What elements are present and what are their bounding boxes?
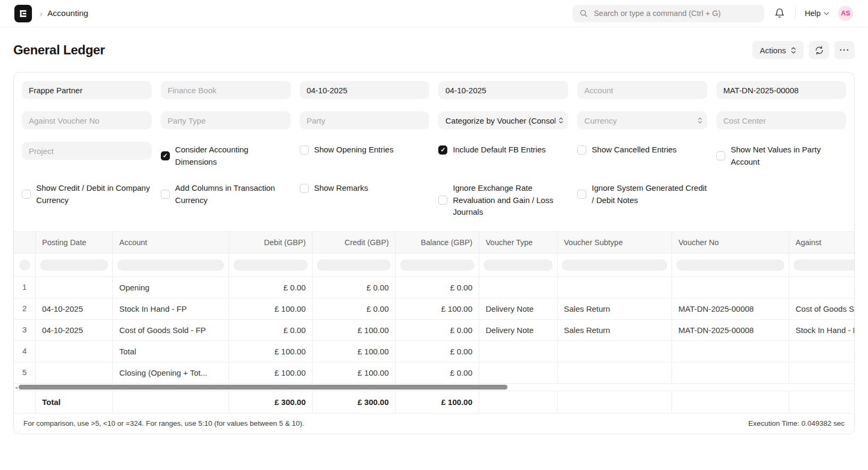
table-cell[interactable]: Cost of Goods Sold - FP	[789, 298, 855, 319]
refresh-button[interactable]	[809, 41, 829, 59]
table-cell[interactable]: £ 100.00	[395, 391, 479, 413]
categorize-by-select[interactable]: Categorize by Voucher (Consolidated)	[438, 111, 568, 129]
currency-select[interactable]: Currency	[577, 111, 707, 129]
table-cell[interactable]: Sales Return	[557, 298, 672, 319]
table-cell[interactable]: £ 100.00	[312, 362, 395, 383]
table-cell[interactable]: £ 100.00	[312, 341, 395, 362]
table-cell[interactable]: MAT-DN-2025-00008	[672, 320, 789, 341]
account-filter[interactable]	[577, 81, 707, 99]
party-filter[interactable]	[300, 111, 430, 129]
table-cell[interactable]: Opening	[112, 277, 228, 298]
table-cell[interactable]	[479, 362, 557, 383]
column-filter-input[interactable]	[40, 260, 108, 271]
table-cell[interactable]: Total	[112, 341, 228, 362]
table-cell[interactable]: 04-10-2025	[35, 298, 112, 319]
finance-book-filter[interactable]	[161, 81, 291, 99]
from-date-filter[interactable]	[300, 81, 430, 99]
checkbox-add-columns-in-transaction-currency[interactable]: ✓ Add Columns in Transaction Currency	[161, 180, 291, 206]
table-cell[interactable]: Cost of Goods Sold - FP	[112, 320, 228, 341]
table-cell[interactable]: Stock In Hand - FP	[789, 320, 855, 341]
column-filter-input[interactable]	[400, 260, 474, 271]
project-filter[interactable]	[22, 142, 152, 160]
scrollbar-thumb[interactable]	[19, 385, 507, 390]
avatar[interactable]: AS	[838, 6, 853, 21]
header-debit[interactable]: Debit (GBP)	[228, 232, 312, 253]
table-row[interactable]: 4Total£ 100.00£ 100.00£ 0.00	[14, 341, 855, 362]
header-credit[interactable]: Credit (GBP)	[312, 232, 395, 253]
table-row[interactable]: 304-10-2025Cost of Goods Sold - FP£ 0.00…	[14, 319, 855, 341]
actions-button[interactable]: Actions	[752, 41, 804, 59]
notifications-button[interactable]	[773, 7, 786, 20]
table-cell[interactable]	[672, 341, 789, 362]
checkbox-show-remarks[interactable]: ✓ Show Remarks	[300, 180, 430, 195]
table-cell[interactable]	[789, 391, 855, 413]
breadcrumb[interactable]: Accounting	[47, 9, 88, 18]
column-filter-input[interactable]	[793, 260, 855, 271]
header-voucher-subtype[interactable]: Voucher Subtype	[557, 232, 672, 253]
table-cell[interactable]	[112, 391, 228, 413]
party-type-filter[interactable]	[161, 111, 291, 129]
table-cell[interactable]	[789, 362, 855, 383]
table-cell[interactable]: £ 0.00	[395, 341, 479, 362]
table-total-row[interactable]: Total£ 300.00£ 300.00£ 100.00	[14, 391, 855, 413]
to-date-filter[interactable]	[438, 81, 568, 99]
table-cell[interactable]: £ 0.00	[228, 320, 312, 341]
checkbox-show-cancelled-entries[interactable]: ✓ Show Cancelled Entries	[577, 142, 707, 156]
table-cell[interactable]	[35, 277, 112, 298]
help-menu[interactable]: Help	[805, 9, 829, 18]
checkbox-include-default-fb-entries[interactable]: ✓ Include Default FB Entries	[438, 142, 568, 156]
column-filter-input[interactable]	[117, 260, 224, 271]
checkbox-ignore-exchange-rate-revaluation[interactable]: ✓ Ignore Exchange Rate Revaluation and G…	[438, 180, 568, 218]
table-cell[interactable]	[479, 391, 557, 413]
table-cell[interactable]: MAT-DN-2025-00008	[672, 298, 789, 319]
table-cell[interactable]: £ 100.00	[312, 320, 395, 341]
header-account[interactable]: Account	[112, 232, 228, 253]
table-cell[interactable]	[557, 277, 672, 298]
cost-center-filter[interactable]	[716, 111, 846, 129]
table-cell[interactable]: £ 0.00	[312, 298, 395, 319]
column-filter-input[interactable]	[484, 260, 553, 271]
header-voucher-type[interactable]: Voucher Type	[479, 232, 557, 253]
table-cell[interactable]: £ 0.00	[228, 277, 312, 298]
table-cell[interactable]: Total	[35, 391, 112, 413]
column-filter-input[interactable]	[676, 260, 784, 271]
table-cell[interactable]: £ 100.00	[228, 341, 312, 362]
app-logo-icon[interactable]	[14, 5, 32, 22]
table-cell[interactable]	[557, 362, 672, 383]
table-cell[interactable]	[789, 341, 855, 362]
table-cell[interactable]: 04-10-2025	[35, 320, 112, 341]
checkbox-show-credit-debit-in-company-currency[interactable]: ✓ Show Credit / Debit in Company Currenc…	[22, 180, 152, 206]
table-cell[interactable]: £ 0.00	[312, 277, 395, 298]
table-cell[interactable]	[672, 277, 789, 298]
global-search[interactable]	[572, 5, 764, 22]
column-filter-input[interactable]	[562, 260, 667, 271]
table-cell[interactable]: Closing (Opening + Tot...	[112, 362, 228, 383]
table-cell[interactable]	[35, 341, 112, 362]
table-cell[interactable]	[672, 362, 789, 383]
column-filter-input[interactable]	[317, 260, 391, 271]
table-cell[interactable]	[557, 391, 672, 413]
table-cell[interactable]	[35, 362, 112, 383]
header-voucher-no[interactable]: Voucher No	[672, 232, 789, 253]
table-cell[interactable]: £ 100.00	[228, 362, 312, 383]
column-filter-input[interactable]	[19, 260, 30, 271]
table-cell[interactable]: £ 0.00	[395, 362, 479, 383]
table-cell[interactable]: £ 100.00	[395, 298, 479, 319]
table-cell[interactable]	[479, 277, 557, 298]
scroll-left-icon[interactable]: ◂	[15, 385, 18, 390]
table-cell[interactable]: £ 0.00	[395, 277, 479, 298]
table-cell[interactable]: £ 100.00	[228, 298, 312, 319]
company-filter[interactable]	[22, 81, 152, 99]
menu-button[interactable]: ···	[834, 41, 855, 59]
table-cell[interactable]	[672, 391, 789, 413]
header-against[interactable]: Against	[789, 232, 855, 253]
checkbox-consider-accounting-dimensions[interactable]: ✓ Consider Accounting Dimensions	[161, 142, 291, 168]
against-voucher-no-filter[interactable]	[22, 111, 152, 129]
table-cell[interactable]: Delivery Note	[479, 298, 557, 319]
table-cell[interactable]: £ 300.00	[228, 391, 312, 413]
column-filter-input[interactable]	[233, 260, 308, 271]
search-input[interactable]	[593, 9, 757, 18]
table-cell[interactable]	[479, 341, 557, 362]
checkbox-ignore-system-generated-notes[interactable]: ✓ Ignore System Generated Credit / Debit…	[577, 180, 707, 206]
table-cell[interactable]: £ 0.00	[395, 320, 479, 341]
